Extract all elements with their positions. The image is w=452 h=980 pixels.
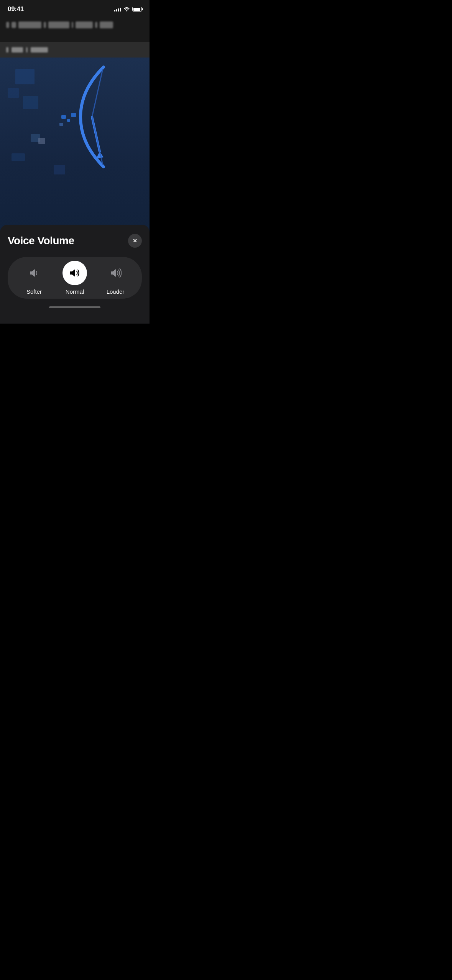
volume-selector: Softer Normal L [8,257,142,299]
softer-label: Softer [26,288,42,295]
normal-label: Normal [66,288,84,295]
status-icons [114,7,142,12]
blue-curve-shape [69,63,115,171]
voice-volume-sheet: Voice Volume ✕ Softer [0,225,150,324]
sub-header [0,42,150,58]
battery-icon [132,7,142,12]
louder-icon-container [103,261,128,285]
volume-option-louder[interactable]: Louder [95,261,136,295]
close-button[interactable]: ✕ [128,234,142,248]
normal-icon-container [62,261,87,285]
sheet-header: Voice Volume ✕ [8,234,142,248]
status-time: 09:41 [8,5,24,13]
app-header-title [6,19,143,31]
softer-speaker-icon [28,268,40,278]
louder-label: Louder [107,288,125,295]
signal-icon [114,7,121,12]
volume-option-softer[interactable]: Softer [14,261,54,295]
normal-speaker-icon [69,268,81,278]
volume-option-normal[interactable]: Normal [54,261,95,295]
louder-speaker-icon [109,268,122,278]
sheet-title: Voice Volume [8,235,74,247]
status-bar: 09:41 [0,0,150,15]
home-indicator [49,306,100,308]
wifi-icon [123,7,130,12]
close-icon: ✕ [133,238,137,244]
softer-icon-container [22,261,46,285]
home-indicator-area [8,306,142,308]
